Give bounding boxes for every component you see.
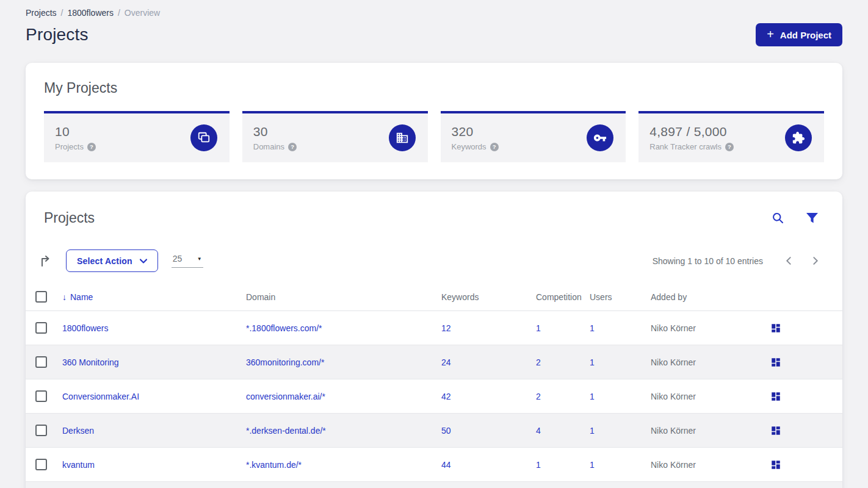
sort-desc-icon: ↓: [62, 292, 67, 302]
stat-domains: 30 Domains ?: [242, 111, 428, 162]
row-checkbox[interactable]: [35, 322, 47, 334]
project-domain-link[interactable]: *.1800flowers.com/*: [246, 323, 322, 333]
competition-count-link[interactable]: 4: [536, 426, 541, 436]
select-action-label: Select Action: [77, 256, 132, 266]
breadcrumb-separator: /: [61, 8, 63, 18]
breadcrumb-overview: Overview: [125, 8, 160, 18]
stat-rank-tracker: 4,897 / 5,000 Rank Tracker crawls ?: [638, 111, 824, 162]
users-count-link[interactable]: 1: [590, 323, 595, 333]
added-by-value: Niko Körner: [651, 392, 770, 401]
project-domain-link[interactable]: conversionmaker.ai/*: [246, 392, 325, 401]
users-count-link[interactable]: 1: [590, 426, 595, 436]
help-icon[interactable]: ?: [725, 143, 734, 151]
column-header-domain[interactable]: Domain: [246, 292, 441, 302]
competition-count-link[interactable]: 1: [536, 323, 541, 333]
stat-projects-label: Projects: [55, 142, 84, 151]
puzzle-icon: [785, 124, 812, 151]
my-projects-card: My Projects 10 Projects ?: [26, 63, 842, 179]
column-header-keywords[interactable]: Keywords: [441, 292, 536, 302]
select-action-dropdown[interactable]: Select Action: [66, 249, 158, 272]
key-icon: [587, 124, 613, 151]
added-by-value: Niko Körner: [651, 426, 770, 436]
table-row: 360 Monitoring 360monitoring.com/* 24 2 …: [26, 345, 842, 379]
add-project-label: Add Project: [780, 30, 831, 40]
table-body: 1800flowers *.1800flowers.com/* 12 1 1 N…: [26, 311, 842, 488]
stats-row: 10 Projects ? 30 Domai: [44, 111, 824, 162]
project-domain-link[interactable]: 360monitoring.com/*: [246, 357, 324, 367]
keywords-count-link[interactable]: 12: [441, 323, 451, 333]
breadcrumb: Projects / 1800flowers / Overview: [26, 0, 842, 18]
dashboard-icon[interactable]: [770, 357, 781, 368]
page-size-select[interactable]: 25 ▼: [172, 254, 203, 268]
filter-icon[interactable]: [806, 212, 818, 224]
users-count-link[interactable]: 1: [590, 392, 595, 401]
add-project-button[interactable]: + Add Project: [756, 23, 842, 46]
stat-rank-tracker-label: Rank Tracker crawls: [649, 142, 722, 151]
keywords-count-link[interactable]: 44: [441, 460, 451, 470]
projects-table: ↓ Name Domain Keywords Competition Users…: [26, 283, 842, 488]
row-checkbox[interactable]: [35, 425, 47, 436]
row-checkbox[interactable]: [35, 390, 47, 402]
dashboard-icon[interactable]: [770, 425, 781, 436]
competition-count-link[interactable]: 1: [536, 460, 541, 470]
keywords-count-link[interactable]: 42: [441, 392, 451, 401]
help-icon[interactable]: ?: [490, 143, 499, 151]
dashboard-icon[interactable]: [770, 391, 781, 402]
stat-domains-label: Domains: [253, 142, 284, 151]
pagination-status: Showing 1 to 10 of 10 entries: [653, 256, 763, 266]
projects-panel-title: Projects: [44, 210, 95, 226]
competition-count-link[interactable]: 2: [536, 392, 541, 401]
search-icon[interactable]: [772, 212, 784, 224]
column-header-competition[interactable]: Competition: [536, 292, 590, 302]
table-header-row: ↓ Name Domain Keywords Competition Users…: [26, 283, 842, 311]
added-by-value: Niko Körner: [651, 460, 770, 470]
column-header-users[interactable]: Users: [590, 292, 651, 302]
projects-copy-icon: [190, 124, 217, 151]
users-count-link[interactable]: 1: [590, 460, 595, 470]
keywords-count-link[interactable]: 24: [441, 357, 451, 367]
stat-domains-value: 30: [253, 124, 297, 139]
project-domain-link[interactable]: *.kvantum.de/*: [246, 460, 302, 470]
prev-page-icon[interactable]: [780, 254, 798, 267]
stat-keywords-label: Keywords: [452, 142, 486, 151]
dashboard-icon[interactable]: [770, 323, 781, 334]
help-icon[interactable]: ?: [87, 143, 96, 151]
project-name-link[interactable]: Conversionmaker.AI: [62, 392, 139, 401]
export-arrow-icon[interactable]: [39, 254, 52, 268]
project-domain-link[interactable]: *.derksen-dental.de/*: [246, 426, 326, 436]
dashboard-icon[interactable]: [770, 459, 781, 470]
page-header: Projects + Add Project: [26, 21, 842, 48]
project-name-link[interactable]: 360 Monitoring: [62, 357, 119, 367]
column-header-name[interactable]: ↓ Name: [62, 292, 246, 302]
page-title: Projects: [26, 25, 89, 45]
building-icon: [389, 124, 416, 151]
select-all-checkbox[interactable]: [35, 291, 47, 303]
stat-projects-value: 10: [55, 124, 96, 139]
page-size-value: 25: [173, 254, 183, 264]
next-page-icon[interactable]: [806, 254, 824, 267]
breadcrumb-projects[interactable]: Projects: [26, 8, 57, 18]
chevron-down-icon: [140, 259, 147, 264]
keywords-count-link[interactable]: 50: [441, 426, 451, 436]
stat-keywords-value: 320: [452, 124, 499, 139]
table-row: Derksen *.derksen-dental.de/* 50 4 1 Nik…: [26, 414, 842, 448]
plus-icon: +: [767, 28, 774, 40]
breadcrumb-separator: /: [118, 8, 120, 18]
project-name-link[interactable]: 1800flowers: [62, 323, 109, 333]
users-count-link[interactable]: 1: [590, 357, 595, 367]
partial-next-row: [26, 482, 842, 488]
help-icon[interactable]: ?: [288, 143, 297, 151]
project-name-link[interactable]: kvantum: [62, 460, 95, 470]
project-name-link[interactable]: Derksen: [62, 426, 94, 436]
column-header-added-by[interactable]: Added by: [651, 292, 770, 302]
stat-rank-tracker-value: 4,897 / 5,000: [649, 124, 734, 139]
page-root: Projects / 1800flowers / Overview Projec…: [0, 0, 868, 488]
added-by-value: Niko Körner: [651, 357, 770, 367]
stat-keywords: 320 Keywords ?: [441, 111, 626, 162]
breadcrumb-1800flowers[interactable]: 1800flowers: [67, 8, 114, 18]
table-row: Conversionmaker.AI conversionmaker.ai/* …: [26, 379, 842, 414]
added-by-value: Niko Körner: [651, 323, 770, 333]
row-checkbox[interactable]: [35, 459, 47, 470]
row-checkbox[interactable]: [35, 356, 47, 368]
competition-count-link[interactable]: 2: [536, 357, 541, 367]
